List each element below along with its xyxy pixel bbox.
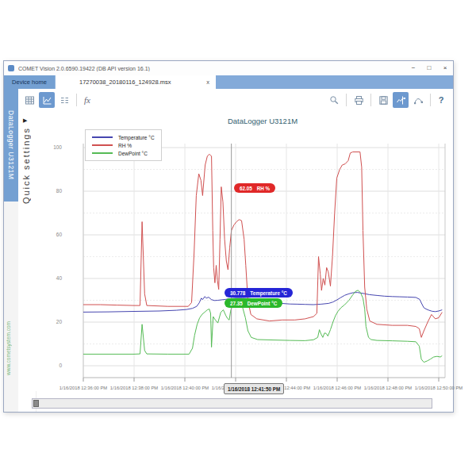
printer-icon: [354, 95, 364, 106]
legend-swatch-temperature: [92, 136, 113, 138]
chart-title: DataLogger U3121M: [80, 117, 445, 125]
close-button[interactable]: ×: [437, 61, 453, 75]
legend-item: RH %: [92, 141, 155, 149]
tooltip-temperature-value: 30.778: [230, 290, 245, 296]
legend-label: RH %: [118, 143, 132, 148]
graph-icon: [42, 95, 52, 106]
left-rail: DataLogger U3121M www.cometsystem.com: [4, 89, 19, 412]
legend-label: Temperature °C: [118, 135, 155, 140]
expand-arrow-icon[interactable]: ▶: [23, 117, 27, 124]
toolbar-separator: [370, 94, 371, 106]
function-button[interactable]: fx: [84, 95, 90, 105]
table-icon: [25, 95, 35, 106]
tab-document-label: 17270038_20180116_124928.msx: [79, 79, 171, 86]
tab-device-home[interactable]: Device home: [4, 75, 56, 89]
minimize-button[interactable]: −: [405, 61, 421, 75]
tooltip-rh: 62.05 RH %: [234, 183, 275, 193]
y-axis-label: 20: [36, 319, 62, 324]
magnifier-icon: [329, 95, 340, 106]
x-axis-label: 1/16/2018 12:50:00 PM: [405, 386, 472, 390]
legend-swatch-rh: [92, 144, 113, 146]
y-axis-label: 100: [36, 144, 62, 150]
toolbar-separator: [346, 94, 347, 106]
legend-label: DewPoint °C: [118, 151, 148, 156]
toolbar: fx ?: [18, 89, 453, 112]
scrollbar-handle[interactable]: [33, 400, 39, 407]
title-bar: COMET Vision 2.0.6590.19422 (DB API vers…: [4, 61, 453, 76]
y-axis-label: 60: [36, 232, 62, 237]
tab-strip: Device home 17270038_20180116_124928.msx…: [4, 75, 453, 89]
cursor-values-button[interactable]: [393, 92, 409, 108]
tooltip-dewpoint-value: 27.35: [230, 301, 243, 306]
tooltip-rh-label: RH %: [257, 186, 270, 191]
tab-close-icon[interactable]: x: [206, 79, 209, 86]
help-button[interactable]: ?: [434, 95, 448, 105]
graph-view-button[interactable]: [39, 92, 55, 108]
y-axis-label: 40: [36, 275, 62, 281]
tooltip-dewpoint-label: DewPoint °C: [248, 301, 278, 306]
curve-tool-icon: [413, 95, 424, 106]
table-view-button[interactable]: [21, 92, 37, 108]
toolbar-separator: [76, 94, 77, 106]
quick-settings-panel[interactable]: ▶ Quick settings: [18, 111, 36, 412]
quick-settings-label: Quick settings: [21, 127, 31, 204]
tooltip-temperature: 30.778 Temperature °C: [225, 288, 293, 298]
cursor-time-tooltip: 1/16/2018 12:41:50 PM: [224, 383, 284, 394]
watermark-text: www.cometsystem.com: [6, 321, 11, 375]
zoom-button[interactable]: [326, 92, 342, 108]
maximize-button[interactable]: □: [421, 61, 437, 75]
tooltip-dewpoint: 27.35 DewPoint °C: [225, 298, 282, 308]
statistics-view-button[interactable]: [56, 92, 72, 108]
legend-item: DewPoint °C: [92, 149, 155, 157]
y-axis-label: 80: [36, 188, 62, 194]
tab-document[interactable]: 17270038_20180116_124928.msx x: [56, 75, 216, 89]
legend-swatch-dewpoint: [92, 152, 113, 154]
chart-legend: Temperature °C RH % DewPoint °C: [85, 129, 162, 161]
window-title: COMET Vision 2.0.6590.19422 (DB API vers…: [18, 66, 405, 71]
tooltip-rh-value: 62.05: [240, 186, 252, 191]
statistics-icon: [60, 95, 70, 106]
chart-area: DataLogger U3121M Temperature °C RH % De…: [36, 111, 453, 391]
app-window: COMET Vision 2.0.6590.19422 (DB API vers…: [3, 60, 454, 413]
curve-tool-button[interactable]: [410, 92, 426, 108]
toolbar-separator: [430, 94, 431, 106]
cursor-values-icon: [396, 95, 406, 106]
tab-strip-filler: [216, 75, 453, 89]
time-range-scrollbar[interactable]: [32, 398, 432, 409]
y-axis-label: 0: [36, 363, 62, 368]
sidebar-item-datalogger[interactable]: DataLogger U3121M: [4, 89, 18, 202]
save-icon: [378, 95, 389, 106]
app-icon: [8, 65, 14, 71]
print-button[interactable]: [351, 92, 367, 108]
tooltip-temperature-label: Temperature °C: [250, 290, 287, 296]
legend-item: Temperature °C: [92, 133, 155, 141]
export-button[interactable]: [375, 92, 391, 108]
plot-canvas[interactable]: [80, 144, 447, 383]
